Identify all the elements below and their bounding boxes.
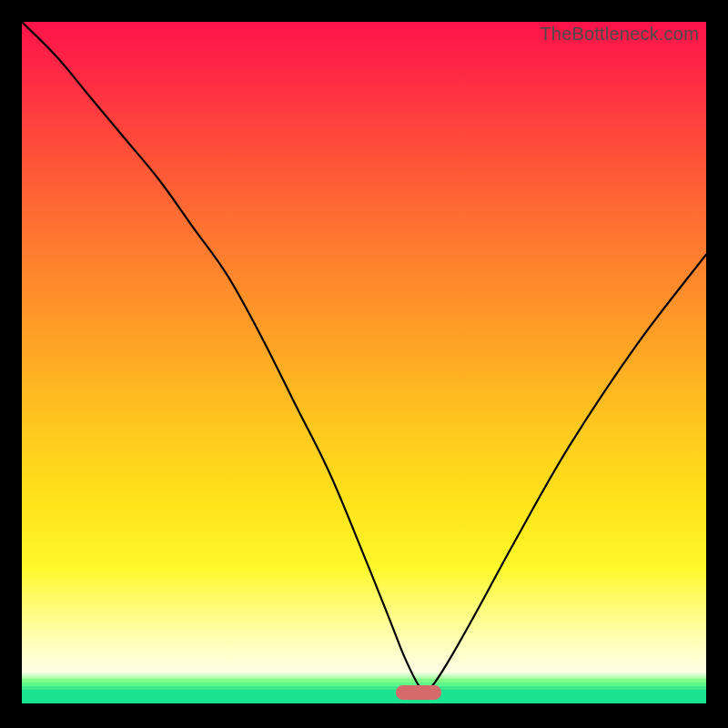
chart-frame: TheBottleneck.com: [0, 0, 728, 728]
minimum-marker: [396, 685, 441, 700]
x-axis-baseline: [22, 703, 706, 706]
plot-area: TheBottleneck.com: [22, 22, 706, 706]
curve-path: [22, 22, 706, 690]
attribution-label: TheBottleneck.com: [540, 24, 699, 45]
bottleneck-curve: [22, 22, 706, 706]
